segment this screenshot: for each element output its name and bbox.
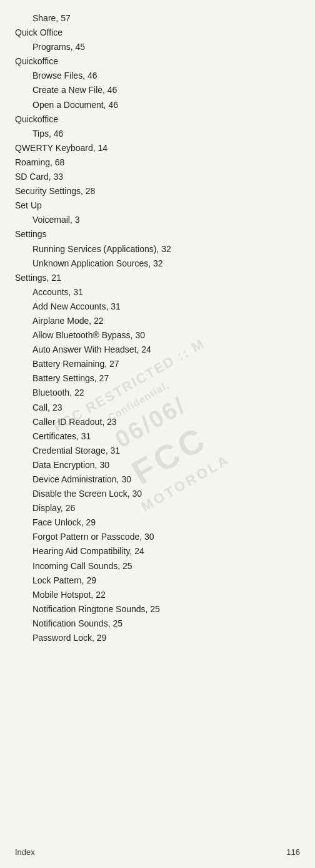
list-item: Open a Document, 46 (15, 98, 300, 112)
list-item: Roaming, 68 (15, 155, 300, 170)
list-item: Quick Office (15, 26, 300, 40)
list-item: Airplane Mode, 22 (15, 314, 300, 328)
list-item: Tips, 46 (15, 127, 300, 141)
list-item: Forgot Pattern or Passcode, 30 (15, 530, 300, 544)
list-item: Running Services (Applications), 32 (15, 242, 300, 256)
list-item: Lock Pattern, 29 (15, 573, 300, 588)
list-item: Incoming Call Sounds, 25 (15, 559, 300, 573)
list-item: Add New Accounts, 31 (15, 300, 300, 314)
list-item: Set Up (15, 198, 300, 213)
list-item: Data Encryption, 30 (15, 458, 300, 472)
list-item: Battery Remaining, 27 (15, 357, 300, 371)
list-item: Create a New File, 46 (15, 83, 300, 97)
list-item: Notification Sounds, 25 (15, 617, 300, 631)
list-item: Credential Storage, 31 (15, 444, 300, 458)
list-item: Allow Bluetooth® Bypass, 30 (15, 328, 300, 343)
list-item: Share, 57 (15, 11, 300, 26)
list-item: Security Settings, 28 (15, 184, 300, 198)
list-item: Hearing Aid Compatibility, 24 (15, 544, 300, 558)
list-item: Face Unlock, 29 (15, 515, 300, 530)
list-item: Disable the Screen Lock, 30 (15, 487, 300, 501)
list-item: Quickoffice (15, 112, 300, 127)
list-item: Password Lock, 29 (15, 631, 300, 645)
list-item: Device Administration, 30 (15, 472, 300, 487)
page-container: FCC RESTRICTED :: M Confidential, 06/06/… (0, 0, 315, 868)
list-item: QWERTY Keyboard, 14 (15, 141, 300, 155)
list-item: Settings, 21 (15, 271, 300, 285)
list-item: Caller ID Readout, 23 (15, 415, 300, 429)
list-item: Notification Ringtone Sounds, 25 (15, 602, 300, 617)
footer-left: Index (15, 847, 35, 857)
list-item: Bluetooth, 22 (15, 386, 300, 400)
list-item: Call, 23 (15, 401, 300, 415)
list-item: Accounts, 31 (15, 285, 300, 300)
list-item: Auto Answer With Headset, 24 (15, 343, 300, 357)
list-item: SD Card, 33 (15, 170, 300, 184)
list-item: Quickoffice (15, 54, 300, 69)
index-content: Share, 57Quick OfficePrograms, 45Quickof… (15, 11, 300, 645)
list-item: Mobile Hotspot, 22 (15, 588, 300, 602)
list-item: Battery Settings, 27 (15, 371, 300, 386)
footer-right: 116 (286, 847, 300, 857)
list-item: Programs, 45 (15, 40, 300, 54)
list-item: Settings (15, 227, 300, 241)
list-item: Unknown Application Sources, 32 (15, 256, 300, 271)
footer: Index 116 (15, 847, 300, 857)
list-item: Certificates, 31 (15, 429, 300, 444)
list-item: Browse Files, 46 (15, 69, 300, 83)
list-item: Voicemail, 3 (15, 213, 300, 227)
list-item: Display, 26 (15, 501, 300, 515)
